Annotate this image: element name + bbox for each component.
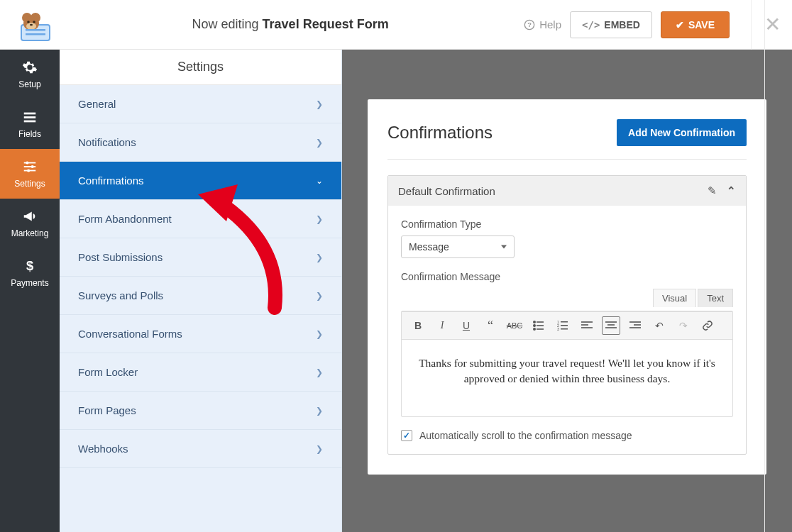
svg-text:$: $ (26, 258, 33, 273)
bold-icon[interactable]: B (409, 316, 427, 335)
subnav-label: Confirmations (78, 174, 144, 187)
align-center-icon[interactable] (602, 316, 620, 335)
subnav-item-confirmations[interactable]: Confirmations⌄ (60, 162, 341, 200)
megaphone-icon (22, 209, 38, 224)
subnav-item-form-pages[interactable]: Form Pages❯ (60, 392, 341, 430)
editor-tab-text[interactable]: Text (698, 289, 733, 307)
italic-icon[interactable]: I (433, 316, 451, 335)
chevron-right-icon: ❯ (316, 444, 323, 454)
svg-rect-33 (561, 328, 568, 330)
nav-fields-label: Fields (18, 129, 41, 139)
help-link[interactable]: ? Help (524, 18, 561, 31)
svg-point-26 (534, 328, 535, 330)
autoscroll-checkbox[interactable]: ✓ (401, 430, 412, 441)
nav-setup[interactable]: Setup (0, 50, 60, 99)
chevron-right-icon: ❯ (316, 99, 323, 109)
svg-rect-8 (26, 29, 45, 31)
nav-setup-label: Setup (18, 79, 40, 89)
confirmation-block: Default Confirmation ✎ ⌃ Confirmation Ty… (387, 175, 747, 455)
subnav-item-general[interactable]: General❯ (60, 85, 341, 123)
link-icon[interactable] (698, 316, 717, 335)
svg-rect-16 (24, 166, 36, 167)
gear-icon (22, 60, 38, 75)
svg-rect-29 (561, 321, 568, 323)
close-icon: ✕ (764, 0, 781, 50)
svg-text:?: ? (527, 21, 532, 28)
editing-prefix: Now editing (192, 17, 259, 31)
chevron-right-icon: ❯ (316, 138, 323, 148)
autoscroll-label: Automatically scroll to the confirmation… (419, 430, 632, 441)
svg-rect-12 (24, 113, 36, 115)
editor-toolbar: B I U “ ABC 123 (402, 311, 732, 340)
embed-label: EMBED (604, 19, 640, 31)
subnav-label: Notifications (78, 136, 136, 148)
add-confirmation-button[interactable]: Add New Confirmation (617, 119, 747, 146)
subnav-item-surveys-and-polls[interactable]: Surveys and Polls❯ (60, 277, 341, 315)
collapse-icon[interactable]: ⌃ (727, 184, 736, 197)
embed-button[interactable]: </> EMBED (570, 11, 652, 38)
subnav-label: General (78, 98, 116, 110)
form-name: Travel Request Form (263, 17, 389, 31)
chevron-down-icon: ⌄ (316, 176, 323, 186)
confirmation-type-label: Confirmation Type (401, 218, 733, 230)
help-icon: ? (524, 19, 535, 31)
align-right-icon[interactable] (626, 316, 644, 335)
align-left-icon[interactable] (578, 316, 596, 335)
svg-point-4 (26, 23, 36, 30)
save-button[interactable]: ✔ SAVE (661, 11, 730, 38)
subnav-label: Form Locker (78, 366, 138, 378)
help-label: Help (539, 18, 561, 31)
underline-icon[interactable]: U (457, 316, 475, 335)
content-area: Confirmations Add New Confirmation Defau… (342, 50, 792, 532)
subnav-item-post-submissions[interactable]: Post Submissions❯ (60, 238, 341, 277)
subnav-item-notifications[interactable]: Notifications❯ (60, 123, 341, 162)
nav-marketing[interactable]: Marketing (0, 199, 60, 248)
nav-settings[interactable]: Settings (0, 149, 60, 199)
chevron-right-icon: ❯ (316, 406, 323, 416)
subnav-label: Post Submissions (78, 251, 163, 263)
svg-point-7 (30, 23, 33, 26)
chevron-right-icon: ❯ (316, 329, 323, 339)
redo-icon[interactable]: ↷ (674, 316, 693, 335)
svg-point-6 (33, 21, 35, 23)
svg-point-18 (26, 161, 28, 164)
subnav-item-form-locker[interactable]: Form Locker❯ (60, 353, 341, 392)
undo-icon[interactable]: ↶ (650, 316, 669, 335)
svg-rect-9 (26, 33, 45, 35)
dollar-icon: $ (22, 258, 38, 274)
svg-point-19 (31, 165, 34, 168)
nav-settings-label: Settings (14, 179, 45, 189)
subnav-item-webhooks[interactable]: Webhooks❯ (60, 430, 341, 468)
app-logo (11, 8, 57, 42)
edit-icon[interactable]: ✎ (708, 184, 717, 197)
confirmation-message-label: Confirmation Message (401, 271, 733, 282)
strikethrough-icon[interactable]: ABC (505, 316, 524, 335)
svg-point-5 (27, 21, 30, 23)
subnav-label: Webhooks (78, 443, 128, 455)
nav-payments[interactable]: $ Payments (0, 248, 60, 298)
editor-tab-visual[interactable]: Visual (653, 289, 696, 307)
panel-title: Confirmations (387, 123, 493, 143)
chevron-right-icon: ❯ (316, 291, 323, 301)
confirmations-panel: Confirmations Add New Confirmation Defau… (368, 99, 766, 475)
close-button[interactable]: ✕ (751, 0, 781, 50)
subnav-item-form-abandonment[interactable]: Form Abandonment❯ (60, 200, 341, 238)
rich-text-editor: B I U “ ABC 123 (401, 311, 733, 417)
confirmation-head: Default Confirmation ✎ ⌃ (388, 176, 746, 206)
quote-icon[interactable]: “ (481, 316, 500, 335)
confirmation-type-value: Message (409, 241, 449, 253)
numbered-list-icon[interactable]: 123 (554, 316, 572, 335)
subnav-item-conversational-forms[interactable]: Conversational Forms❯ (60, 315, 341, 353)
chevron-right-icon: ❯ (316, 367, 323, 377)
confirmation-type-select[interactable]: Message (401, 235, 515, 258)
svg-rect-14 (24, 121, 36, 123)
chevron-right-icon: ❯ (316, 253, 323, 262)
svg-rect-15 (24, 162, 36, 164)
editor-content[interactable]: Thanks for submitting your travel reques… (402, 340, 732, 416)
nav-payments-label: Payments (11, 278, 48, 288)
subnav-label: Conversational Forms (78, 328, 182, 340)
chevron-right-icon: ❯ (316, 214, 323, 224)
autoscroll-option[interactable]: ✓ Automatically scroll to the confirmati… (401, 430, 733, 441)
nav-fields[interactable]: Fields (0, 99, 60, 149)
bulleted-list-icon[interactable] (529, 316, 548, 335)
